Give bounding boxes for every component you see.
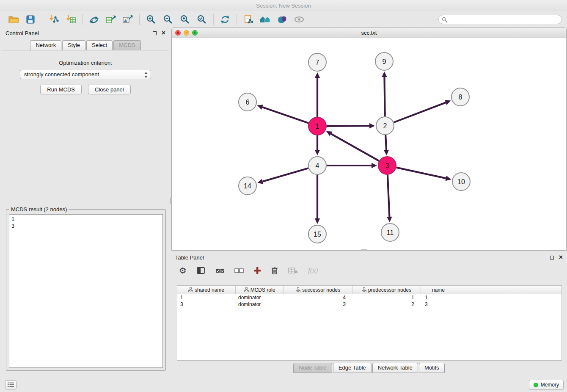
- zoom-out-icon[interactable]: [160, 13, 176, 26]
- save-icon[interactable]: [22, 13, 39, 26]
- control-panel-title: Control Panel: [6, 30, 39, 36]
- column-tree-icon: [296, 287, 300, 292]
- table-panel: Table Panel × ⚙ f(x) shared name: [171, 252, 567, 376]
- tab-node-table[interactable]: Node Table: [293, 363, 332, 373]
- dropdown-arrows-icon: [144, 72, 148, 78]
- table-settings-gear-icon[interactable]: ⚙: [179, 266, 187, 275]
- import-table-icon[interactable]: [62, 13, 79, 26]
- control-panel: Control Panel × Network Style Select MCD…: [2, 28, 169, 374]
- criterion-dropdown-value: strongly connected component: [24, 71, 99, 77]
- table-cell: 3: [421, 301, 456, 308]
- open-folder-icon[interactable]: [5, 13, 22, 26]
- table-cell: 4: [284, 294, 352, 301]
- column-header-successor-nodes[interactable]: successor nodes: [284, 286, 352, 294]
- delete-column-trash-icon[interactable]: [271, 266, 278, 275]
- edge-arrowhead: [369, 123, 375, 128]
- memory-button[interactable]: Memory: [529, 380, 564, 390]
- splitter-grip-horizontal[interactable]: [361, 249, 367, 251]
- table-cell: 3: [284, 301, 352, 308]
- export-image-icon[interactable]: [119, 13, 136, 26]
- table-row[interactable]: 1dominator411: [177, 294, 561, 301]
- table-cell: dominator: [236, 294, 284, 301]
- float-panel-icon[interactable]: [153, 31, 157, 35]
- zoom-in-icon[interactable]: [143, 13, 160, 26]
- close-panel-icon[interactable]: ×: [162, 30, 165, 36]
- graph-edge-1-6[interactable]: [262, 107, 308, 123]
- edge-arrowhead: [382, 72, 387, 77]
- graph-edge-2-9[interactable]: [384, 77, 385, 116]
- search-field[interactable]: [438, 15, 562, 24]
- criterion-dropdown[interactable]: strongly connected component: [20, 70, 151, 79]
- column-header-predecessor-nodes[interactable]: predecessor nodes: [352, 286, 421, 294]
- graph-edge-2-8[interactable]: [394, 102, 446, 122]
- clone-network-icon[interactable]: [240, 13, 257, 26]
- tab-select[interactable]: Select: [86, 40, 113, 50]
- graph-edge-3-10[interactable]: [396, 168, 446, 178]
- column-header-shared-name[interactable]: shared name: [177, 286, 236, 294]
- graph-edge-2-3[interactable]: [385, 135, 386, 150]
- import-network-icon[interactable]: [45, 13, 62, 26]
- search-input[interactable]: [449, 16, 559, 23]
- select-all-columns-icon[interactable]: [215, 268, 225, 273]
- toolbar-separator: [139, 14, 140, 25]
- show-hide-eye-icon[interactable]: [291, 13, 308, 26]
- style-paint-icon[interactable]: [274, 13, 291, 26]
- toolbar-separator: [82, 14, 83, 25]
- graph-node-label: 2: [383, 122, 387, 130]
- edge-arrowhead: [372, 163, 377, 168]
- tab-style[interactable]: Style: [62, 40, 85, 50]
- table-toolbar: ⚙ f(x): [171, 262, 567, 279]
- graph-edge-3-1[interactable]: [331, 134, 379, 161]
- graph-edge-3-11[interactable]: [388, 175, 389, 217]
- window-maximize-icon[interactable]: +: [192, 30, 198, 36]
- mcds-result-item[interactable]: 3: [11, 223, 160, 229]
- graph-node-label: 3: [385, 162, 389, 169]
- graph-edge-1-2[interactable]: [327, 126, 369, 126]
- refresh-icon[interactable]: [217, 13, 234, 26]
- column-header-name[interactable]: name: [421, 286, 456, 294]
- network-canvas[interactable]: 1234678910111415: [172, 38, 566, 250]
- node-table: shared name MCDS role successor nodes pr…: [177, 285, 562, 361]
- close-panel-icon[interactable]: ×: [559, 254, 563, 260]
- table-cell: 3: [177, 301, 236, 308]
- tab-mcds[interactable]: MCDS: [113, 40, 140, 50]
- tab-edge-table[interactable]: Edge Table: [333, 363, 372, 373]
- list-icon: [7, 382, 14, 388]
- graph-node-label: 15: [314, 231, 321, 238]
- control-panel-header: Control Panel ×: [2, 28, 169, 38]
- mcds-result-item[interactable]: 1: [11, 216, 160, 223]
- graph-node-label: 11: [387, 229, 394, 236]
- first-neighbors-icon[interactable]: [257, 13, 274, 26]
- graph-edge-4-14[interactable]: [263, 168, 308, 182]
- export-table-icon[interactable]: [102, 13, 119, 26]
- table-cell: 1: [352, 294, 421, 301]
- table-cell: dominator: [236, 301, 284, 308]
- close-panel-button[interactable]: Close panel: [88, 85, 131, 94]
- network-graph: 1234678910111415: [172, 38, 566, 250]
- tab-network-table[interactable]: Network Table: [372, 363, 418, 373]
- zoom-fit-icon[interactable]: [176, 13, 193, 26]
- window-close-icon[interactable]: ×: [175, 30, 181, 36]
- toolbar-separator: [237, 14, 237, 25]
- zoom-selected-icon[interactable]: [193, 13, 210, 26]
- create-column-plus-icon[interactable]: [253, 267, 261, 274]
- edge-arrowhead: [446, 176, 451, 181]
- column-header-mcds-role[interactable]: MCDS role: [236, 286, 284, 294]
- splitter-grip-vertical[interactable]: [170, 197, 172, 204]
- tab-motifs[interactable]: Motifs: [419, 363, 445, 373]
- optimization-criterion-label: Optimization criterion:: [2, 60, 169, 66]
- table-cell: 2: [352, 301, 421, 308]
- show-columns-icon[interactable]: [196, 267, 206, 275]
- column-tree-icon: [362, 287, 366, 292]
- window-minimize-icon[interactable]: −: [184, 30, 189, 36]
- float-panel-icon[interactable]: [550, 256, 554, 259]
- window-title: Session: New Session: [256, 3, 311, 9]
- task-history-button[interactable]: [5, 380, 17, 389]
- mcds-result-list[interactable]: 13: [9, 214, 163, 368]
- table-row[interactable]: 3dominator323: [177, 301, 561, 308]
- run-mcds-button[interactable]: Run MCDS: [40, 85, 82, 94]
- toolbar-separator: [213, 14, 214, 25]
- unselect-all-columns-icon[interactable]: [234, 268, 244, 273]
- network-share-icon[interactable]: [85, 13, 102, 26]
- tab-network[interactable]: Network: [30, 40, 61, 50]
